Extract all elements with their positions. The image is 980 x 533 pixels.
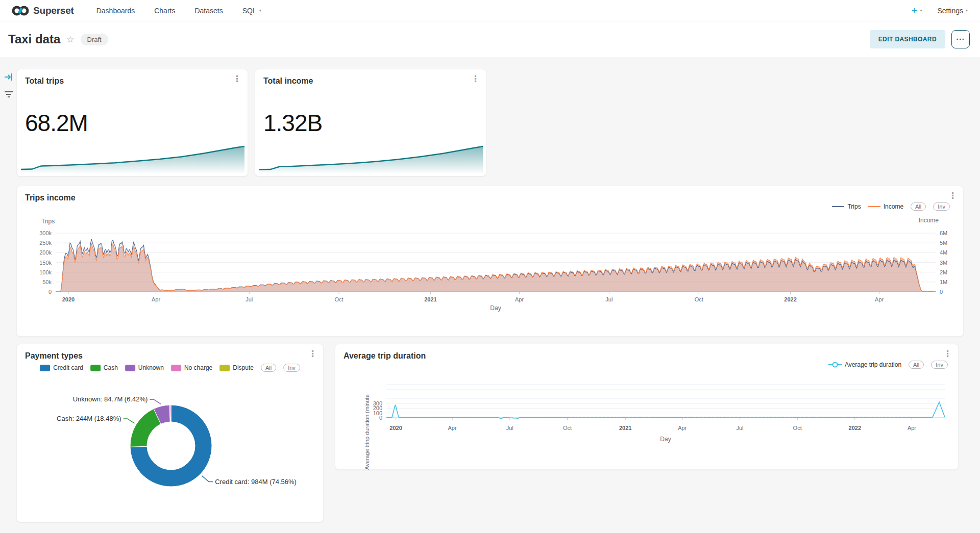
svg-text:Credit card: 984M (74.56%): Credit card: 984M (74.56%) [215, 478, 297, 486]
svg-text:Oct: Oct [335, 296, 344, 302]
legend-rect-swatch [40, 365, 50, 371]
legend-rect-swatch [219, 365, 230, 371]
payment-types-donut[interactable]: Credit card: 984M (74.56%)Cash: 244M (18… [17, 375, 324, 523]
total-trips-card: Total trips ⋮ 68.2M [16, 69, 248, 176]
legend-item[interactable]: Credit card [40, 364, 83, 371]
svg-text:250k: 250k [39, 240, 52, 246]
superset-logo[interactable]: Superset [11, 5, 74, 17]
svg-text:Jul: Jul [246, 296, 253, 302]
collapse-filter-bar-icon[interactable] [3, 71, 14, 85]
svg-text:2022: 2022 [784, 296, 796, 302]
svg-text:4M: 4M [940, 249, 947, 256]
nav-charts[interactable]: Charts [154, 7, 175, 15]
payment-types-card: Payment types ⋮ Credit cardCashUnknownNo… [16, 344, 324, 522]
trips-income-card: Trips income ⋮ TripsIncomeAllInv Income … [16, 186, 964, 337]
edit-dashboard-button[interactable]: EDIT DASHBOARD [870, 30, 945, 48]
legend-item[interactable]: Unknown [125, 364, 164, 371]
total-income-card: Total income ⋮ 1.32B [255, 69, 486, 176]
svg-text:Day: Day [660, 436, 671, 443]
page-title: Taxi data [8, 32, 60, 46]
nav-add-button[interactable]: +▾ [912, 6, 922, 16]
favorite-star-icon[interactable]: ☆ [66, 34, 74, 45]
svg-text:6M: 6M [940, 230, 947, 236]
top-nav: Superset Dashboards Charts Datasets SQL▾… [0, 0, 980, 21]
legend-rect-swatch [171, 365, 181, 371]
dashboard-header: Taxi data ☆ Draft EDIT DASHBOARD ··· [0, 21, 980, 57]
nav-menu: Dashboards Charts Datasets SQL▾ [96, 7, 261, 15]
svg-text:Apr: Apr [448, 425, 457, 431]
svg-text:2020: 2020 [389, 425, 402, 431]
chart-title: Total trips [25, 77, 64, 86]
svg-text:Oct: Oct [695, 296, 703, 302]
big-number-value: 1.32B [263, 109, 322, 137]
kebab-menu-icon[interactable]: ⋮ [471, 74, 480, 84]
legend-rect-swatch [125, 365, 135, 371]
svg-text:300k: 300k [39, 230, 52, 236]
svg-text:Apr: Apr [515, 296, 524, 302]
svg-text:5M: 5M [940, 240, 947, 246]
svg-text:Unknown: 84.7M (6.42%): Unknown: 84.7M (6.42%) [73, 395, 148, 403]
svg-text:Apr: Apr [908, 425, 916, 431]
svg-text:200k: 200k [39, 249, 52, 256]
infinity-logo-icon [11, 5, 30, 17]
svg-text:100k: 100k [39, 269, 52, 275]
nav-right: +▾ Settings▾ [912, 6, 968, 16]
svg-text:Apr: Apr [152, 296, 160, 302]
svg-text:2021: 2021 [619, 425, 631, 431]
kebab-menu-icon[interactable]: ⋮ [308, 349, 317, 359]
svg-text:Apr: Apr [875, 296, 884, 302]
legend-item[interactable]: Dispute [219, 364, 254, 371]
legend-label: No charge [184, 364, 212, 371]
svg-text:0: 0 [379, 415, 382, 421]
avg-trip-duration-chart[interactable]: 30020010002020AprJulOct2021AprJulOct2022… [335, 344, 959, 470]
svg-text:Apr: Apr [678, 425, 687, 431]
big-number-value: 68.2M [25, 109, 88, 137]
svg-text:Day: Day [490, 304, 501, 312]
legend-item[interactable]: Cash [90, 364, 118, 371]
plus-icon: + [912, 6, 918, 16]
legend-all-button[interactable]: All [261, 364, 276, 372]
more-options-button[interactable]: ··· [951, 30, 970, 48]
legend-item[interactable]: No charge [171, 364, 212, 371]
svg-text:50k: 50k [42, 279, 52, 285]
svg-text:1M: 1M [940, 279, 947, 285]
nav-datasets[interactable]: Datasets [194, 7, 223, 15]
chart-title: Payment types [25, 351, 83, 361]
nav-settings[interactable]: Settings▾ [937, 7, 968, 15]
payment-types-legend: Credit cardCashUnknownNo chargeDisputeAl… [40, 364, 300, 372]
total-income-sparkline[interactable] [259, 143, 483, 173]
legend-label: Dispute [233, 364, 254, 371]
chart-title: Total income [263, 77, 313, 86]
svg-text:0: 0 [48, 289, 52, 295]
svg-text:Jul: Jul [506, 425, 513, 431]
total-trips-sparkline[interactable] [21, 143, 244, 173]
avg-trip-duration-card: Average trip duration ⋮ Average trip dur… [335, 344, 959, 470]
status-badge: Draft [81, 34, 108, 45]
chevron-down-icon: ▾ [920, 8, 922, 13]
kebab-menu-icon[interactable]: ⋮ [233, 74, 241, 84]
svg-text:Jul: Jul [736, 425, 743, 431]
svg-text:2020: 2020 [62, 296, 75, 302]
brand-name: Superset [33, 5, 74, 16]
legend-label: Unknown [138, 364, 164, 371]
svg-text:2022: 2022 [849, 425, 861, 431]
filter-icon[interactable] [3, 89, 14, 102]
nav-sql-label: SQL [242, 7, 257, 15]
svg-text:2M: 2M [940, 269, 947, 275]
chevron-down-icon: ▾ [259, 8, 261, 13]
trips-income-chart[interactable]: 300k6M250k5M200k4M150k3M100k2M50k1M00202… [17, 186, 964, 337]
nav-sql[interactable]: SQL▾ [242, 7, 261, 15]
legend-label: Cash [104, 364, 118, 371]
header-actions: EDIT DASHBOARD ··· [870, 30, 970, 48]
svg-text:Oct: Oct [563, 425, 572, 431]
svg-text:150k: 150k [39, 260, 52, 266]
dashboard-body: Total trips ⋮ 68.2M Total income ⋮ 1.32B… [0, 57, 980, 533]
nav-dashboards[interactable]: Dashboards [96, 7, 135, 15]
svg-text:2021: 2021 [424, 296, 436, 302]
svg-text:0: 0 [940, 289, 943, 295]
svg-text:Cash: 244M (18.48%): Cash: 244M (18.48%) [57, 415, 121, 422]
svg-text:3M: 3M [940, 260, 947, 266]
chevron-down-icon: ▾ [966, 8, 968, 13]
svg-text:Oct: Oct [793, 425, 802, 431]
legend-inv-button[interactable]: Inv [283, 364, 300, 372]
